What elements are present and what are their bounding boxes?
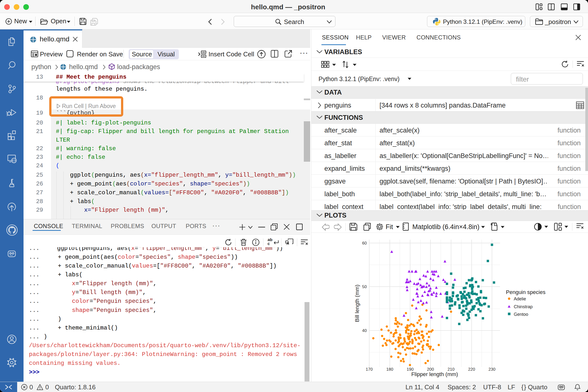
svg-text:Penguin species: Penguin species bbox=[506, 289, 545, 295]
svg-text:Gentoo: Gentoo bbox=[514, 312, 528, 317]
svg-text:60: 60 bbox=[362, 241, 367, 246]
svg-text:230: 230 bbox=[488, 367, 496, 372]
svg-text:220: 220 bbox=[468, 367, 475, 372]
svg-text:Flipper length (mm): Flipper length (mm) bbox=[411, 371, 458, 377]
svg-text:40: 40 bbox=[362, 328, 367, 333]
svg-text:Chinstrap: Chinstrap bbox=[514, 304, 533, 309]
svg-text:Bill length (mm): Bill length (mm) bbox=[354, 285, 360, 322]
svg-text:170: 170 bbox=[366, 367, 373, 372]
svg-text:50: 50 bbox=[362, 284, 367, 289]
svg-text:180: 180 bbox=[386, 367, 393, 372]
svg-text:Adelie: Adelie bbox=[514, 296, 526, 301]
